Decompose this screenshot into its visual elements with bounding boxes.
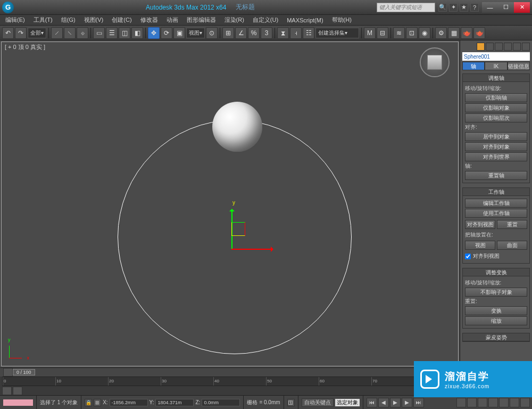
place-view-button[interactable]: 视图 — [465, 241, 495, 250]
reset-transform-button[interactable]: 变换 — [465, 306, 527, 315]
align-to-view-check-input[interactable] — [465, 253, 471, 259]
reset-pivot-button[interactable]: 重置轴 — [465, 171, 527, 180]
menu-maxscript[interactable]: MAXScript(M) — [282, 17, 327, 23]
window-crossing-button[interactable]: ◧ — [131, 27, 143, 39]
array-button[interactable]: ⊟ — [377, 27, 388, 39]
gizmo-xy-plane[interactable] — [231, 222, 245, 236]
key-icon[interactable]: ⚿ — [287, 399, 295, 406]
align-button[interactable]: ⫞ — [290, 27, 302, 39]
affect-hierarchy-only-button[interactable]: 仅影响层次 — [465, 113, 527, 122]
maximize-viewport-button[interactable] — [520, 398, 530, 407]
close-button[interactable]: ✕ — [514, 2, 530, 13]
panel-tab-utilities-icon[interactable] — [522, 43, 530, 51]
center-to-object-button[interactable]: 居中到对象 — [465, 132, 527, 141]
orbit-button[interactable] — [510, 398, 519, 407]
select-button[interactable]: ▭ — [93, 27, 105, 39]
track-toggle-icon[interactable] — [13, 387, 22, 395]
track-toggle-icon[interactable] — [2, 387, 12, 395]
use-working-pivot-button[interactable]: 使用工作轴 — [465, 209, 527, 218]
autokey-button[interactable]: 自动关键点 — [302, 398, 334, 407]
maximize-button[interactable]: ☐ — [498, 2, 514, 13]
panel-tab-modify-icon[interactable] — [486, 43, 494, 51]
pivot-button[interactable]: ⊙ — [206, 27, 218, 39]
tool-icon[interactable]: 🔍 — [438, 3, 447, 12]
panel-tab-hierarchy-icon[interactable] — [495, 43, 503, 51]
tab-ik[interactable]: IK — [485, 62, 507, 70]
rotate-button[interactable]: ⟳ — [161, 27, 172, 39]
tool-icon[interactable]: ★ — [460, 3, 468, 12]
menu-edit[interactable]: 编辑(E) — [1, 16, 29, 24]
panel-tab-motion-icon[interactable] — [504, 43, 512, 51]
affect-object-only-button[interactable]: 仅影响对象 — [465, 103, 527, 112]
pan-button[interactable] — [499, 398, 509, 407]
next-frame-button[interactable]: ▶ — [402, 398, 412, 407]
menu-rendering[interactable]: 渲染(R) — [220, 16, 248, 24]
object-name-field[interactable]: Sphere001 — [462, 52, 530, 61]
menu-customize[interactable]: 自定义(U) — [248, 16, 282, 24]
curve-editor-button[interactable]: ≋ — [393, 27, 405, 39]
selection-lock-indicator[interactable] — [3, 399, 33, 406]
menu-animation[interactable]: 动画 — [162, 16, 182, 24]
bind-button[interactable]: ⟐ — [77, 27, 88, 39]
tab-linkinfo[interactable]: 链接信息 — [508, 62, 530, 70]
quick-render-button[interactable]: 🫖 — [473, 27, 485, 39]
gizmo-x-axis[interactable] — [231, 249, 273, 250]
material-button[interactable]: ◉ — [419, 27, 430, 39]
play-button[interactable]: ▶ — [390, 398, 401, 407]
move-button[interactable]: ✥ — [148, 27, 160, 39]
undo-button[interactable]: ↶ — [2, 27, 14, 39]
affect-pivot-only-button[interactable]: 仅影响轴 — [465, 93, 527, 102]
menu-grapheditors[interactable]: 图形编辑器 — [182, 16, 220, 24]
frame-indicator[interactable]: 0 / 100 — [13, 369, 35, 375]
menu-create[interactable]: 创建(C) — [107, 16, 136, 24]
align-to-view-button[interactable]: 对齐到视图 — [465, 220, 495, 229]
zoom-all-button[interactable] — [467, 398, 477, 407]
move-gizmo[interactable]: y — [231, 207, 279, 255]
align-to-world-button[interactable]: 对齐到世界 — [465, 152, 527, 161]
panel-tab-create-icon[interactable] — [477, 43, 485, 51]
render-setup-button[interactable]: ⚙ — [435, 27, 447, 39]
goto-end-button[interactable]: ⏭ — [413, 398, 424, 407]
rollout-header[interactable]: 调整轴 — [463, 74, 529, 82]
viewport-label[interactable]: [ + 0 顶 0 真实 ] — [5, 43, 45, 51]
rollout-header[interactable]: 调整变换 — [463, 268, 529, 276]
menu-help[interactable]: 帮助(H) — [328, 16, 356, 24]
scope-dropdown[interactable]: 全部 ▾ — [28, 28, 46, 38]
rollout-header[interactable]: 工作轴 — [463, 188, 529, 196]
zoom-extents-button[interactable] — [478, 398, 487, 407]
scale-button[interactable]: ▣ — [173, 27, 185, 39]
refcoord-dropdown[interactable]: 视图 ▾ — [186, 28, 205, 38]
coord-y-input[interactable] — [155, 399, 194, 406]
select-name-button[interactable]: ☰ — [106, 27, 118, 39]
edit-working-pivot-button[interactable]: 编辑工作轴 — [465, 199, 527, 208]
percent-snap-button[interactable]: % — [248, 27, 260, 39]
lock-icon[interactable]: 🔒 — [85, 399, 92, 406]
transform-type-icon[interactable]: ⊞ — [94, 399, 101, 406]
rollout-header[interactable]: 蒙皮姿势 — [463, 333, 529, 341]
menu-modifiers[interactable]: 修改器 — [136, 16, 162, 24]
redo-button[interactable]: ↷ — [15, 27, 27, 39]
timeline-config-icon[interactable] — [3, 368, 13, 377]
unlink-button[interactable]: ⟍ — [64, 27, 76, 39]
select-link-button[interactable]: ⟋ — [51, 27, 63, 39]
sphere-object[interactable] — [212, 102, 262, 152]
app-icon[interactable]: G — [2, 2, 14, 13]
menu-group[interactable]: 组(G) — [57, 16, 80, 24]
zoom-button[interactable] — [456, 398, 466, 407]
menu-tools[interactable]: 工具(T) — [29, 16, 57, 24]
coord-z-input[interactable] — [202, 399, 240, 406]
named-selset-dropdown[interactable]: 创建选择集 ▾ — [315, 28, 359, 38]
angle-snap-button[interactable]: ∠ — [235, 27, 247, 39]
help-search-input[interactable] — [377, 3, 435, 12]
viewport[interactable]: [ + 0 顶 0 真实 ] y y x — [1, 42, 459, 366]
goto-start-button[interactable]: ⏮ — [367, 398, 377, 407]
mirror2-button[interactable]: M — [364, 27, 376, 39]
zoom-region-button[interactable] — [488, 398, 498, 407]
place-surface-button[interactable]: 曲面 — [497, 241, 527, 250]
tool-icon[interactable]: ? — [470, 3, 479, 12]
reset-scale-button[interactable]: 缩放 — [465, 316, 527, 325]
tool-icon[interactable]: ✦ — [449, 3, 458, 12]
align-to-object-button[interactable]: 对齐到对象 — [465, 142, 527, 151]
render-frame-button[interactable]: ▦ — [448, 27, 460, 39]
schematic-button[interactable]: ⊡ — [406, 27, 418, 39]
